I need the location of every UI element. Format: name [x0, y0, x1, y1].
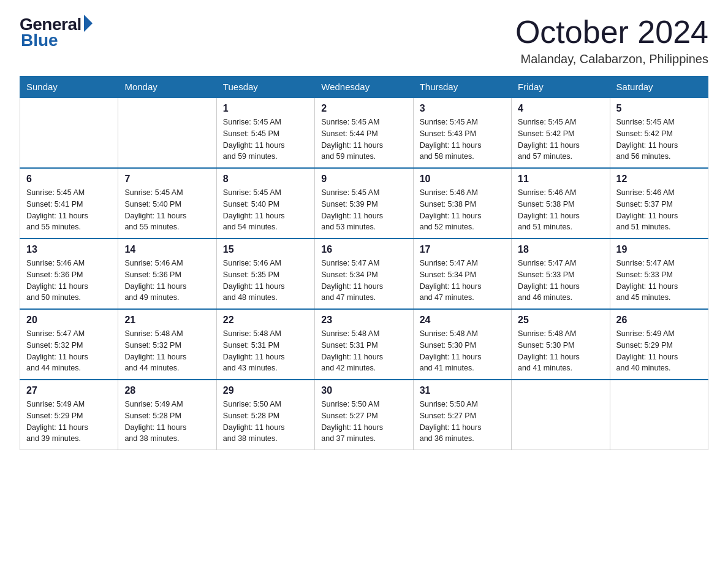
calendar-cell: 5Sunrise: 5:45 AM Sunset: 5:42 PM Daylig…: [610, 98, 708, 168]
calendar-week-row: 27Sunrise: 5:49 AM Sunset: 5:29 PM Dayli…: [20, 380, 708, 450]
day-number: 20: [26, 315, 112, 326]
day-info: Sunrise: 5:50 AM Sunset: 5:27 PM Dayligh…: [420, 399, 505, 445]
calendar-week-row: 6Sunrise: 5:45 AM Sunset: 5:41 PM Daylig…: [20, 168, 708, 239]
day-info: Sunrise: 5:45 AM Sunset: 5:40 PM Dayligh…: [124, 187, 210, 233]
calendar-cell: [118, 98, 216, 168]
calendar-cell: 23Sunrise: 5:48 AM Sunset: 5:31 PM Dayli…: [315, 309, 413, 380]
day-number: 29: [223, 385, 308, 396]
day-info: Sunrise: 5:47 AM Sunset: 5:33 PM Dayligh…: [616, 258, 702, 304]
calendar-cell: 7Sunrise: 5:45 AM Sunset: 5:40 PM Daylig…: [118, 168, 216, 239]
calendar-week-row: 13Sunrise: 5:46 AM Sunset: 5:36 PM Dayli…: [20, 239, 708, 309]
logo-blue-text: Blue: [21, 31, 58, 50]
calendar-cell: 6Sunrise: 5:45 AM Sunset: 5:41 PM Daylig…: [20, 168, 118, 239]
day-info: Sunrise: 5:49 AM Sunset: 5:29 PM Dayligh…: [26, 399, 112, 445]
day-info: Sunrise: 5:46 AM Sunset: 5:38 PM Dayligh…: [518, 187, 603, 233]
day-number: 8: [223, 174, 308, 185]
calendar-cell: 16Sunrise: 5:47 AM Sunset: 5:34 PM Dayli…: [315, 239, 413, 309]
calendar-cell: 26Sunrise: 5:49 AM Sunset: 5:29 PM Dayli…: [610, 309, 708, 380]
page-header: General Blue October 2024 Malanday, Cala…: [20, 15, 708, 66]
day-info: Sunrise: 5:47 AM Sunset: 5:34 PM Dayligh…: [321, 258, 406, 304]
calendar-header-wednesday: Wednesday: [315, 77, 413, 98]
day-number: 22: [223, 315, 308, 326]
day-number: 19: [616, 244, 702, 255]
day-number: 6: [26, 174, 112, 185]
day-info: Sunrise: 5:47 AM Sunset: 5:32 PM Dayligh…: [26, 328, 112, 374]
calendar-cell: 27Sunrise: 5:49 AM Sunset: 5:29 PM Dayli…: [20, 380, 118, 450]
day-info: Sunrise: 5:45 AM Sunset: 5:42 PM Dayligh…: [616, 117, 702, 163]
calendar-header-row: SundayMondayTuesdayWednesdayThursdayFrid…: [20, 77, 708, 98]
day-info: Sunrise: 5:46 AM Sunset: 5:38 PM Dayligh…: [420, 187, 505, 233]
calendar-cell: 30Sunrise: 5:50 AM Sunset: 5:27 PM Dayli…: [315, 380, 413, 450]
day-info: Sunrise: 5:45 AM Sunset: 5:42 PM Dayligh…: [518, 117, 603, 163]
day-number: 25: [518, 315, 603, 326]
day-number: 13: [26, 244, 112, 255]
day-number: 15: [223, 244, 308, 255]
day-info: Sunrise: 5:46 AM Sunset: 5:37 PM Dayligh…: [616, 187, 702, 233]
calendar-cell: 1Sunrise: 5:45 AM Sunset: 5:45 PM Daylig…: [216, 98, 314, 168]
calendar-cell: 15Sunrise: 5:46 AM Sunset: 5:35 PM Dayli…: [216, 239, 314, 309]
calendar-cell: 17Sunrise: 5:47 AM Sunset: 5:34 PM Dayli…: [413, 239, 511, 309]
logo: General Blue: [20, 15, 93, 50]
calendar-cell: 14Sunrise: 5:46 AM Sunset: 5:36 PM Dayli…: [118, 239, 216, 309]
day-number: 5: [616, 103, 702, 114]
calendar-header-sunday: Sunday: [20, 77, 118, 98]
day-number: 2: [321, 103, 406, 114]
calendar-cell: 10Sunrise: 5:46 AM Sunset: 5:38 PM Dayli…: [413, 168, 511, 239]
day-number: 26: [616, 315, 702, 326]
calendar-week-row: 1Sunrise: 5:45 AM Sunset: 5:45 PM Daylig…: [20, 98, 708, 168]
day-info: Sunrise: 5:45 AM Sunset: 5:44 PM Dayligh…: [321, 117, 406, 163]
day-number: 27: [26, 385, 112, 396]
title-block: October 2024 Malanday, Calabarzon, Phili…: [515, 15, 708, 66]
day-info: Sunrise: 5:49 AM Sunset: 5:29 PM Dayligh…: [616, 328, 702, 374]
day-info: Sunrise: 5:47 AM Sunset: 5:33 PM Dayligh…: [518, 258, 603, 304]
calendar-cell: [610, 380, 708, 450]
calendar-cell: 3Sunrise: 5:45 AM Sunset: 5:43 PM Daylig…: [413, 98, 511, 168]
day-number: 14: [124, 244, 210, 255]
day-info: Sunrise: 5:49 AM Sunset: 5:28 PM Dayligh…: [124, 399, 210, 445]
day-number: 4: [518, 103, 603, 114]
calendar-cell: 21Sunrise: 5:48 AM Sunset: 5:32 PM Dayli…: [118, 309, 216, 380]
calendar-header-friday: Friday: [512, 77, 610, 98]
day-number: 1: [223, 103, 308, 114]
day-info: Sunrise: 5:48 AM Sunset: 5:31 PM Dayligh…: [223, 328, 308, 374]
calendar-cell: 2Sunrise: 5:45 AM Sunset: 5:44 PM Daylig…: [315, 98, 413, 168]
calendar-cell: 4Sunrise: 5:45 AM Sunset: 5:42 PM Daylig…: [512, 98, 610, 168]
calendar-cell: 11Sunrise: 5:46 AM Sunset: 5:38 PM Dayli…: [512, 168, 610, 239]
day-info: Sunrise: 5:46 AM Sunset: 5:36 PM Dayligh…: [26, 258, 112, 304]
day-number: 10: [420, 174, 505, 185]
calendar-cell: 8Sunrise: 5:45 AM Sunset: 5:40 PM Daylig…: [216, 168, 314, 239]
calendar-week-row: 20Sunrise: 5:47 AM Sunset: 5:32 PM Dayli…: [20, 309, 708, 380]
day-info: Sunrise: 5:46 AM Sunset: 5:36 PM Dayligh…: [124, 258, 210, 304]
calendar-cell: 29Sunrise: 5:50 AM Sunset: 5:28 PM Dayli…: [216, 380, 314, 450]
calendar-table: SundayMondayTuesdayWednesdayThursdayFrid…: [20, 76, 708, 450]
calendar-cell: 18Sunrise: 5:47 AM Sunset: 5:33 PM Dayli…: [512, 239, 610, 309]
calendar-cell: [512, 380, 610, 450]
calendar-cell: 20Sunrise: 5:47 AM Sunset: 5:32 PM Dayli…: [20, 309, 118, 380]
day-number: 7: [124, 174, 210, 185]
day-info: Sunrise: 5:48 AM Sunset: 5:30 PM Dayligh…: [420, 328, 505, 374]
day-info: Sunrise: 5:45 AM Sunset: 5:45 PM Dayligh…: [223, 117, 308, 163]
day-number: 3: [420, 103, 505, 114]
calendar-cell: 28Sunrise: 5:49 AM Sunset: 5:28 PM Dayli…: [118, 380, 216, 450]
month-title: October 2024: [515, 15, 708, 50]
calendar-cell: 25Sunrise: 5:48 AM Sunset: 5:30 PM Dayli…: [512, 309, 610, 380]
day-info: Sunrise: 5:47 AM Sunset: 5:34 PM Dayligh…: [420, 258, 505, 304]
day-number: 30: [321, 385, 406, 396]
calendar-cell: 31Sunrise: 5:50 AM Sunset: 5:27 PM Dayli…: [413, 380, 511, 450]
calendar-header-saturday: Saturday: [610, 77, 708, 98]
calendar-header-tuesday: Tuesday: [216, 77, 314, 98]
day-number: 23: [321, 315, 406, 326]
calendar-cell: 12Sunrise: 5:46 AM Sunset: 5:37 PM Dayli…: [610, 168, 708, 239]
day-info: Sunrise: 5:48 AM Sunset: 5:31 PM Dayligh…: [321, 328, 406, 374]
day-number: 17: [420, 244, 505, 255]
day-info: Sunrise: 5:45 AM Sunset: 5:39 PM Dayligh…: [321, 187, 406, 233]
day-info: Sunrise: 5:50 AM Sunset: 5:27 PM Dayligh…: [321, 399, 406, 445]
calendar-cell: [20, 98, 118, 168]
calendar-cell: 22Sunrise: 5:48 AM Sunset: 5:31 PM Dayli…: [216, 309, 314, 380]
day-info: Sunrise: 5:45 AM Sunset: 5:40 PM Dayligh…: [223, 187, 308, 233]
day-number: 16: [321, 244, 406, 255]
day-number: 9: [321, 174, 406, 185]
calendar-cell: 19Sunrise: 5:47 AM Sunset: 5:33 PM Dayli…: [610, 239, 708, 309]
calendar-cell: 13Sunrise: 5:46 AM Sunset: 5:36 PM Dayli…: [20, 239, 118, 309]
day-number: 18: [518, 244, 603, 255]
